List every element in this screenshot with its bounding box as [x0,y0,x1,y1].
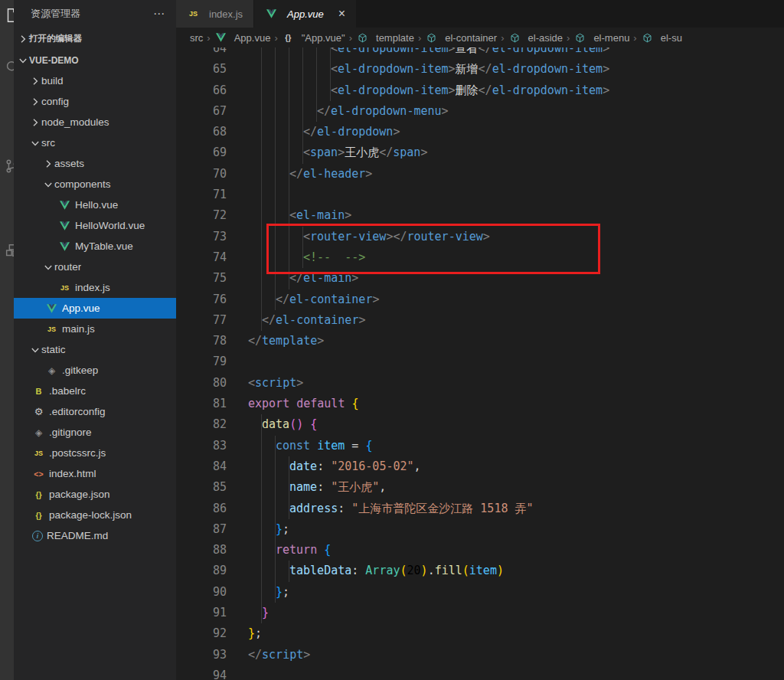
tree-item-README.md[interactable]: iREADME.md [14,525,176,546]
line-number[interactable]: 77 [176,310,227,331]
tree-item-App.vue[interactable]: App.vue [14,298,176,319]
tree-item-build[interactable]: build [14,70,176,91]
line-number[interactable]: 74 [176,247,227,268]
code-line-85[interactable]: 85name: "王小虎", [176,477,784,498]
tree-item-HelloWorld.vue[interactable]: HelloWorld.vue [14,215,176,236]
tree-item-Hello.vue[interactable]: Hello.vue [14,195,176,215]
line-number[interactable]: 88 [176,540,227,561]
open-editors-section[interactable]: 打开的编辑器 [14,27,176,51]
tree-item-MyTable.vue[interactable]: MyTable.vue [14,236,176,257]
tree-item-.gitignore[interactable]: ◈.gitignore [14,422,176,443]
line-number[interactable]: 70 [176,164,227,185]
tree-item-main.js[interactable]: JSmain.js [14,319,176,339]
line-number[interactable]: 84 [176,456,227,477]
tree-item-.postcssrc.js[interactable]: JS.postcssrc.js [14,443,176,463]
line-number[interactable]: 81 [176,394,227,414]
line-number[interactable]: 71 [176,185,227,205]
code-line-65[interactable]: 65<el-dropdown-item>新增</el-dropdown-item… [176,59,784,80]
code-line-76[interactable]: 76</el-container> [176,289,784,310]
code-line-66[interactable]: 66<el-dropdown-item>删除</el-dropdown-item… [176,80,784,101]
code-line-91[interactable]: 91} [176,603,784,623]
line-number[interactable]: 73 [176,227,227,247]
project-root-item[interactable]: VUE-DEMO [14,51,176,70]
line-number[interactable]: 64 [176,47,227,59]
tree-item-components[interactable]: components [14,174,176,195]
code-line-68[interactable]: 68</el-dropdown> [176,122,784,142]
code-line-64[interactable]: 64<el-dropdown-item>查看</el-dropdown-item… [176,47,784,59]
code-line-75[interactable]: 75</el-main> [176,268,784,289]
tree-item-.gitkeep[interactable]: ◈.gitkeep [14,360,176,381]
tree-item-package.json[interactable]: {}package.json [14,484,176,505]
line-number[interactable]: 86 [176,499,227,519]
breadcrumb-item-src[interactable]: src [190,32,203,44]
tab-index.js[interactable]: JSindex.js [176,0,254,28]
breadcrumb-item-App.vue[interactable]: App.vue [214,32,271,44]
breadcrumb-item-template[interactable]: template [356,32,414,44]
code-line-90[interactable]: 90}; [176,582,784,603]
tree-item-assets[interactable]: assets [14,153,176,174]
code-line-86[interactable]: 86address: "上海市普陀区金沙江路 1518 弄" [176,499,784,519]
code-line-88[interactable]: 88return { [176,540,784,561]
code-line-74[interactable]: 74<!-- --> [176,247,784,268]
tree-item-static[interactable]: static [14,339,176,360]
line-number[interactable]: 75 [176,268,227,289]
line-number[interactable]: 90 [176,582,227,603]
source-control-icon[interactable] [4,158,14,175]
breadcrumb-item-el-container[interactable]: el-container [425,32,497,44]
line-number[interactable]: 68 [176,122,227,142]
line-number[interactable]: 78 [176,331,227,351]
code-line-87[interactable]: 87}; [176,519,784,540]
code-line-79[interactable]: 79 [176,351,784,372]
tree-item-index.html[interactable]: <>index.html [14,463,176,484]
breadcrumb-item-el-menu[interactable]: el-menu [573,32,629,44]
tree-item-config[interactable]: config [14,91,176,112]
line-number[interactable]: 92 [176,623,227,644]
line-number[interactable]: 94 [176,665,227,680]
code-line-94[interactable]: 94 [176,665,784,680]
line-number[interactable]: 67 [176,101,227,122]
tree-item-index.js[interactable]: JSindex.js [14,277,176,298]
line-number[interactable]: 79 [176,351,227,372]
line-number[interactable]: 91 [176,603,227,623]
line-number[interactable]: 80 [176,373,227,394]
code-line-71[interactable]: 71 [176,185,784,205]
more-actions-icon[interactable]: ⋯ [153,7,165,21]
code-line-89[interactable]: 89tableData: Array(20).fill(item) [176,561,784,581]
activity-bar[interactable] [0,0,14,680]
line-number[interactable]: 87 [176,519,227,540]
line-number[interactable]: 83 [176,436,227,456]
files-icon[interactable] [4,7,14,24]
code-line-80[interactable]: 80<script> [176,373,784,394]
code-line-69[interactable]: 69<span>王小虎</span> [176,142,784,163]
code-line-83[interactable]: 83const item = { [176,436,784,456]
tree-item-package-lock.json[interactable]: {}package-lock.json [14,505,176,525]
line-number[interactable]: 89 [176,561,227,581]
code-line-73[interactable]: 73<router-view></router-view> [176,227,784,247]
code-editor[interactable]: 64<el-dropdown-item>查看</el-dropdown-item… [176,47,784,680]
code-line-93[interactable]: 93</script> [176,645,784,665]
search-icon[interactable] [4,59,14,76]
breadcrumb-item-App.vue[interactable]: {}"App.vue" [282,32,345,44]
tree-item-router[interactable]: router [14,257,176,277]
code-line-72[interactable]: 72<el-main> [176,205,784,226]
code-line-82[interactable]: 82data() { [176,414,784,435]
code-line-70[interactable]: 70</el-header> [176,164,784,185]
code-line-81[interactable]: 81export default { [176,394,784,414]
line-number[interactable]: 66 [176,80,227,101]
tree-item-src[interactable]: src [14,132,176,153]
line-number[interactable]: 72 [176,205,227,226]
breadcrumb-item-el-aside[interactable]: el-aside [508,32,564,44]
line-number[interactable]: 85 [176,477,227,498]
line-number[interactable]: 76 [176,289,227,310]
line-number[interactable]: 93 [176,645,227,665]
tab-App.vue[interactable]: App.vue× [254,0,356,28]
breadcrumb-item-el-su[interactable]: el-su [641,32,682,44]
code-line-78[interactable]: 78</template> [176,331,784,351]
extensions-icon[interactable] [4,242,14,259]
line-number[interactable]: 69 [176,142,227,163]
code-line-67[interactable]: 67</el-dropdown-menu> [176,101,784,122]
close-icon[interactable]: × [338,8,345,20]
line-number[interactable]: 82 [176,414,227,435]
code-line-77[interactable]: 77</el-container> [176,310,784,331]
tree-item-.babelrc[interactable]: B.babelrc [14,381,176,401]
